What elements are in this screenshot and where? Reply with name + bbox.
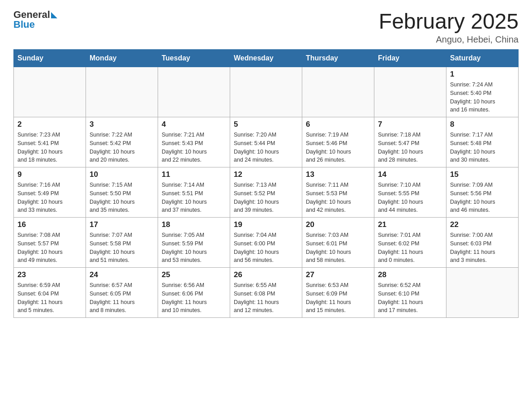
- calendar-cell: 28Sunrise: 6:52 AMSunset: 6:10 PMDayligh…: [374, 268, 446, 318]
- day-info: Sunrise: 7:00 AMSunset: 6:03 PMDaylight:…: [450, 231, 515, 265]
- page-header: General Blue February 2025 Anguo, Hebei,…: [13, 9, 519, 45]
- calendar-cell: 21Sunrise: 7:01 AMSunset: 6:02 PMDayligh…: [374, 218, 446, 268]
- logo-triangle-icon: [51, 12, 57, 18]
- day-info: Sunrise: 6:56 AMSunset: 6:06 PMDaylight:…: [162, 281, 226, 315]
- day-number: 5: [234, 120, 298, 129]
- day-info: Sunrise: 6:55 AMSunset: 6:08 PMDaylight:…: [234, 281, 298, 315]
- calendar-subtitle: Anguo, Hebei, China: [379, 34, 519, 45]
- day-number: 11: [162, 170, 226, 179]
- day-header-tuesday: Tuesday: [158, 50, 230, 67]
- day-info: Sunrise: 6:53 AMSunset: 6:09 PMDaylight:…: [306, 281, 370, 315]
- day-number: 12: [234, 170, 298, 179]
- calendar-cell: 24Sunrise: 6:57 AMSunset: 6:05 PMDayligh…: [86, 268, 158, 318]
- calendar-cell: 26Sunrise: 6:55 AMSunset: 6:08 PMDayligh…: [230, 268, 302, 318]
- day-number: 23: [17, 270, 82, 279]
- calendar-cell: 17Sunrise: 7:07 AMSunset: 5:58 PMDayligh…: [86, 218, 158, 268]
- calendar-title: February 2025: [379, 9, 519, 34]
- day-number: 19: [234, 220, 298, 229]
- calendar-week-row: 16Sunrise: 7:08 AMSunset: 5:57 PMDayligh…: [14, 218, 519, 268]
- day-number: 14: [378, 170, 442, 179]
- day-header-sunday: Sunday: [14, 50, 86, 67]
- day-info: Sunrise: 7:17 AMSunset: 5:48 PMDaylight:…: [450, 131, 515, 164]
- calendar-cell: 27Sunrise: 6:53 AMSunset: 6:09 PMDayligh…: [302, 268, 374, 318]
- day-number: 17: [90, 220, 154, 229]
- calendar-cell: 16Sunrise: 7:08 AMSunset: 5:57 PMDayligh…: [14, 218, 86, 268]
- day-info: Sunrise: 7:21 AMSunset: 5:43 PMDaylight:…: [162, 131, 226, 164]
- calendar-cell: 20Sunrise: 7:03 AMSunset: 6:01 PMDayligh…: [302, 218, 374, 268]
- calendar-cell: 25Sunrise: 6:56 AMSunset: 6:06 PMDayligh…: [158, 268, 230, 318]
- day-info: Sunrise: 7:03 AMSunset: 6:01 PMDaylight:…: [306, 231, 370, 265]
- day-info: Sunrise: 7:23 AMSunset: 5:41 PMDaylight:…: [17, 131, 82, 164]
- day-number: 8: [450, 120, 515, 129]
- day-header-wednesday: Wednesday: [230, 50, 302, 67]
- day-number: 24: [90, 270, 154, 279]
- calendar-cell: 14Sunrise: 7:10 AMSunset: 5:55 PMDayligh…: [374, 167, 446, 218]
- calendar-cell: [302, 67, 374, 117]
- day-number: 15: [450, 170, 515, 179]
- calendar-cell: [230, 67, 302, 117]
- calendar-cell: 13Sunrise: 7:11 AMSunset: 5:53 PMDayligh…: [302, 167, 374, 218]
- calendar-cell: 3Sunrise: 7:22 AMSunset: 5:42 PMDaylight…: [86, 117, 158, 167]
- day-header-saturday: Saturday: [446, 50, 519, 67]
- calendar-cell: 7Sunrise: 7:18 AMSunset: 5:47 PMDaylight…: [374, 117, 446, 167]
- day-info: Sunrise: 7:08 AMSunset: 5:57 PMDaylight:…: [17, 231, 82, 265]
- day-number: 26: [234, 270, 298, 279]
- day-info: Sunrise: 7:07 AMSunset: 5:58 PMDaylight:…: [90, 231, 154, 265]
- calendar-cell: 8Sunrise: 7:17 AMSunset: 5:48 PMDaylight…: [446, 117, 519, 167]
- day-number: 20: [306, 220, 370, 229]
- calendar-cell: 1Sunrise: 7:24 AMSunset: 5:40 PMDaylight…: [446, 67, 519, 117]
- calendar-week-row: 1Sunrise: 7:24 AMSunset: 5:40 PMDaylight…: [14, 67, 519, 117]
- calendar-header-row: SundayMondayTuesdayWednesdayThursdayFrid…: [14, 50, 519, 67]
- day-info: Sunrise: 6:59 AMSunset: 6:04 PMDaylight:…: [17, 281, 82, 315]
- calendar-week-row: 9Sunrise: 7:16 AMSunset: 5:49 PMDaylight…: [14, 167, 519, 218]
- calendar-cell: 12Sunrise: 7:13 AMSunset: 5:52 PMDayligh…: [230, 167, 302, 218]
- calendar-cell: 2Sunrise: 7:23 AMSunset: 5:41 PMDaylight…: [14, 117, 86, 167]
- day-number: 16: [17, 220, 82, 229]
- calendar-week-row: 2Sunrise: 7:23 AMSunset: 5:41 PMDaylight…: [14, 117, 519, 167]
- calendar-cell: 10Sunrise: 7:15 AMSunset: 5:50 PMDayligh…: [86, 167, 158, 218]
- day-info: Sunrise: 7:24 AMSunset: 5:40 PMDaylight:…: [450, 81, 515, 114]
- calendar-cell: 4Sunrise: 7:21 AMSunset: 5:43 PMDaylight…: [158, 117, 230, 167]
- day-info: Sunrise: 7:20 AMSunset: 5:44 PMDaylight:…: [234, 131, 298, 164]
- day-number: 25: [162, 270, 226, 279]
- day-info: Sunrise: 7:09 AMSunset: 5:56 PMDaylight:…: [450, 181, 515, 214]
- day-info: Sunrise: 7:22 AMSunset: 5:42 PMDaylight:…: [90, 131, 154, 164]
- day-info: Sunrise: 7:04 AMSunset: 6:00 PMDaylight:…: [234, 231, 298, 265]
- calendar-cell: 15Sunrise: 7:09 AMSunset: 5:56 PMDayligh…: [446, 167, 519, 218]
- calendar-cell: [86, 67, 158, 117]
- calendar-cell: [14, 67, 86, 117]
- day-header-monday: Monday: [86, 50, 158, 67]
- day-number: 7: [378, 120, 442, 129]
- logo: General Blue: [13, 9, 57, 30]
- calendar-cell: [446, 268, 519, 318]
- day-number: 6: [306, 120, 370, 129]
- calendar-cell: 5Sunrise: 7:20 AMSunset: 5:44 PMDaylight…: [230, 117, 302, 167]
- day-info: Sunrise: 7:16 AMSunset: 5:49 PMDaylight:…: [17, 181, 82, 214]
- calendar-cell: 19Sunrise: 7:04 AMSunset: 6:00 PMDayligh…: [230, 218, 302, 268]
- day-number: 4: [162, 120, 226, 129]
- day-number: 27: [306, 270, 370, 279]
- day-info: Sunrise: 7:15 AMSunset: 5:50 PMDaylight:…: [90, 181, 154, 214]
- day-number: 10: [90, 170, 154, 179]
- day-info: Sunrise: 7:13 AMSunset: 5:52 PMDaylight:…: [234, 181, 298, 214]
- calendar-cell: 22Sunrise: 7:00 AMSunset: 6:03 PMDayligh…: [446, 218, 519, 268]
- day-number: 9: [17, 170, 82, 179]
- day-info: Sunrise: 7:14 AMSunset: 5:51 PMDaylight:…: [162, 181, 226, 214]
- day-number: 28: [378, 270, 442, 279]
- day-info: Sunrise: 7:05 AMSunset: 5:59 PMDaylight:…: [162, 231, 226, 265]
- calendar-cell: 23Sunrise: 6:59 AMSunset: 6:04 PMDayligh…: [14, 268, 86, 318]
- day-header-thursday: Thursday: [302, 50, 374, 67]
- calendar-table: SundayMondayTuesdayWednesdayThursdayFrid…: [13, 49, 519, 318]
- calendar-cell: 6Sunrise: 7:19 AMSunset: 5:46 PMDaylight…: [302, 117, 374, 167]
- day-info: Sunrise: 7:19 AMSunset: 5:46 PMDaylight:…: [306, 131, 370, 164]
- day-info: Sunrise: 6:57 AMSunset: 6:05 PMDaylight:…: [90, 281, 154, 315]
- day-number: 3: [90, 120, 154, 129]
- day-number: 2: [17, 120, 82, 129]
- calendar-cell: [374, 67, 446, 117]
- day-header-friday: Friday: [374, 50, 446, 67]
- calendar-week-row: 23Sunrise: 6:59 AMSunset: 6:04 PMDayligh…: [14, 268, 519, 318]
- calendar-cell: [158, 67, 230, 117]
- logo-blue-text: Blue: [13, 19, 57, 30]
- calendar-cell: 11Sunrise: 7:14 AMSunset: 5:51 PMDayligh…: [158, 167, 230, 218]
- day-number: 22: [450, 220, 515, 229]
